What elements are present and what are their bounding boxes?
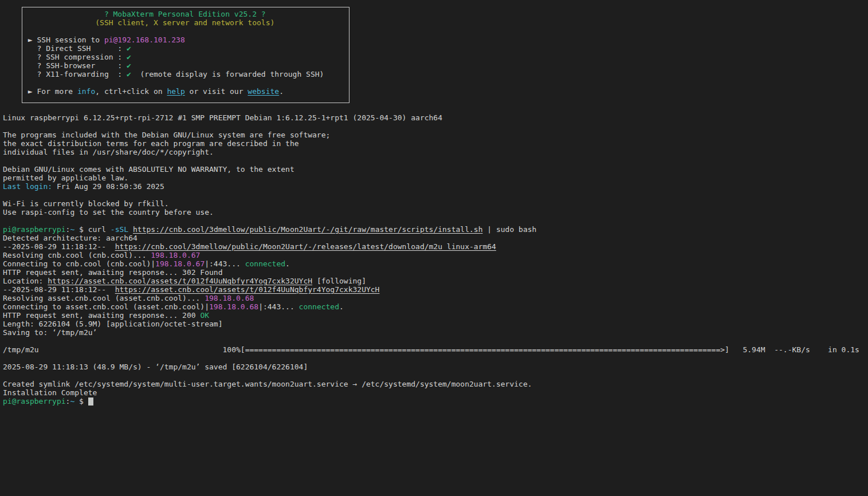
text-segment: 198.18.0.67	[151, 251, 200, 259]
text-segment: Created symlink /etc/systemd/system/mult…	[3, 380, 532, 388]
terminal-line	[3, 191, 868, 199]
terminal-line: 2025-08-29 11:18:13 (48.9 MB/s) - ‘/tmp/…	[3, 363, 868, 371]
text-segment: ► For more	[23, 87, 77, 96]
terminal-line: Connecting to cnb.cool (cnb.cool)|198.18…	[3, 259, 868, 268]
text-segment: connected	[299, 302, 339, 311]
terminal-line: ► For more info, ctrl+click on help or v…	[23, 87, 349, 96]
text-segment: ? SSH-browser :	[23, 61, 127, 70]
text-segment: -sSL	[111, 225, 128, 234]
terminal-line: ? SSH-browser : ✔	[23, 61, 349, 70]
text-segment: permitted by applicable law.	[3, 174, 128, 182]
terminal-line: ? X11-forwarding : ✔ (remote display is …	[23, 70, 349, 78]
text-segment: Location:	[3, 277, 48, 285]
text-segment: $	[74, 397, 88, 406]
text-segment: 2025-08-29 11:18:13 (48.9 MB/s) - ‘/tmp/…	[3, 363, 308, 371]
text-segment: ? X11-forwarding :	[23, 70, 127, 78]
terminal-line: /tmp/m2u 100%[==========================…	[3, 345, 868, 354]
text-segment: /tmp/m2u 100%[==========================…	[3, 345, 859, 354]
text-segment: individual files in /usr/share/doc/*/cop…	[3, 148, 214, 156]
terminal-screen[interactable]: ? MobaXterm Personal Edition v25.2 ? (SS…	[0, 0, 868, 496]
terminal-line: --2025-08-29 11:18:12-- https://cnb.cool…	[3, 242, 868, 251]
welcome-banner: ? MobaXterm Personal Edition v25.2 ? (SS…	[22, 7, 349, 103]
terminal-line: Created symlink /etc/systemd/system/mult…	[3, 380, 868, 388]
terminal-line	[3, 156, 868, 165]
terminal-line: Wi-Fi is currently blocked by rfkill.	[3, 199, 868, 208]
terminal-line	[23, 27, 349, 36]
text-segment: ► SSH session to	[23, 36, 104, 44]
text-segment: info	[77, 87, 95, 96]
text-segment: connected	[245, 259, 285, 268]
text-segment: Installation Complete	[3, 388, 97, 397]
terminal-line: ► SSH session to pi@192.168.101.238	[23, 36, 349, 44]
terminal-line	[3, 337, 868, 345]
text-segment: ✔	[127, 61, 131, 70]
terminal-line: ? Direct SSH : ✔	[23, 44, 349, 53]
text-segment: --2025-08-29 11:18:12--	[3, 285, 115, 294]
terminal-line: Debian GNU/Linux comes with ABSOLUTELY N…	[3, 165, 868, 174]
link[interactable]: https://asset.cnb.cool/assets/t/012f4UuN…	[115, 285, 380, 294]
text-segment: , ctrl+click on	[95, 87, 167, 96]
text-segment: pi@192.168.101.238	[104, 36, 185, 44]
terminal-line: Use raspi-config to set the country befo…	[3, 208, 868, 216]
link[interactable]: help	[167, 87, 184, 96]
terminal-line: pi@raspberrypi:~ $	[3, 397, 868, 406]
text-segment: Use raspi-config to set the country befo…	[3, 208, 214, 216]
link[interactable]: https://cnb.cool/3dmellow/public/Moon2Ua…	[115, 242, 496, 251]
terminal-line: Length: 6226104 (5.9M) [application/octe…	[3, 320, 868, 328]
terminal-line: Resolving asset.cnb.cool (asset.cnb.cool…	[3, 294, 868, 302]
terminal-line	[3, 354, 868, 363]
text-segment: ✔	[127, 44, 131, 53]
text-segment	[128, 225, 133, 234]
terminal-line: Last login: Fri Aug 29 08:50:36 2025	[3, 182, 868, 191]
terminal-line: Saving to: ‘/tmp/m2u’	[3, 328, 868, 337]
text-segment: |:443...	[205, 259, 245, 268]
text-segment: $ curl	[74, 225, 111, 234]
text-segment: |:443...	[258, 302, 299, 311]
terminal-line	[3, 122, 868, 131]
terminal-line	[23, 78, 349, 87]
text-segment: Debian GNU/Linux comes with ABSOLUTELY N…	[3, 165, 294, 174]
text-segment: .	[339, 302, 344, 311]
terminal-line: the exact distribution terms for each pr…	[3, 139, 868, 148]
text-segment: Last login:	[3, 182, 52, 191]
terminal-line: pi@raspberrypi:~ $ curl -sSL https://cnb…	[3, 225, 868, 234]
terminal-line	[3, 216, 868, 225]
text-segment: The programs included with the Debian GN…	[3, 131, 330, 139]
terminal-line: Detected architecture: aarch64	[3, 234, 868, 242]
text-segment: 198.18.0.67	[155, 259, 205, 268]
text-segment: [following]	[312, 277, 366, 285]
terminal-line	[3, 371, 868, 380]
terminal-line: Linux raspberrypi 6.12.25+rpt-rpi-2712 #…	[3, 113, 868, 122]
text-segment: Fri Aug 29 08:50:36 2025	[52, 182, 164, 191]
link[interactable]: website	[248, 87, 279, 96]
text-segment: .	[279, 87, 284, 96]
link[interactable]: https://asset.cnb.cool/assets/t/012f4UuN…	[48, 277, 312, 285]
terminal-line: permitted by applicable law.	[3, 174, 868, 182]
text-segment: Detected architecture: aarch64	[3, 234, 138, 242]
terminal-line: individual files in /usr/share/doc/*/cop…	[3, 148, 868, 156]
terminal-line: --2025-08-29 11:18:12-- https://asset.cn…	[3, 285, 868, 294]
text-segment: ✔	[127, 53, 131, 61]
text-segment: Wi-Fi is currently blocked by rfkill.	[3, 199, 169, 208]
terminal-line: HTTP request sent, awaiting response... …	[3, 311, 868, 320]
text-segment: Connecting to cnb.cool (cnb.cool)|	[3, 259, 155, 268]
terminal-line: ? SSH compression : ✔	[23, 53, 349, 61]
text-segment: pi@raspberrypi	[3, 397, 66, 406]
terminal-line: Connecting to asset.cnb.cool (asset.cnb.…	[3, 302, 868, 311]
text-segment: Length: 6226104 (5.9M) [application/octe…	[3, 320, 223, 328]
terminal-line: (SSH client, X server and network tools)	[23, 18, 349, 27]
text-segment: Resolving cnb.cool (cnb.cool)...	[3, 251, 151, 259]
text-segment: OK	[200, 311, 209, 320]
text-segment: --2025-08-29 11:18:12--	[3, 242, 115, 251]
text-segment: ? Direct SSH :	[23, 44, 127, 53]
text-segment: (remote display is forwarded through SSH…	[131, 70, 324, 78]
text-segment: ✔	[127, 70, 131, 78]
cursor	[88, 397, 93, 406]
terminal-line: HTTP request sent, awaiting response... …	[3, 268, 868, 277]
terminal-line: ? MobaXterm Personal Edition v25.2 ?	[23, 10, 349, 18]
link[interactable]: https://cnb.cool/3dmellow/public/Moon2Ua…	[133, 225, 482, 234]
text-segment: HTTP request sent, awaiting response... …	[3, 311, 200, 320]
text-segment: Saving to: ‘/tmp/m2u’	[3, 328, 97, 337]
text-segment: 198.18.0.68	[209, 302, 258, 311]
text-segment: Resolving asset.cnb.cool (asset.cnb.cool…	[3, 294, 205, 302]
